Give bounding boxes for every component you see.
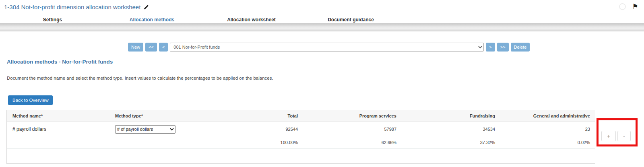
- next-document-button[interactable]: >: [486, 43, 495, 52]
- page-title: 1-304 Not-for-profit dimension allocatio…: [4, 4, 140, 10]
- column-header-general-administrative: General and administrative: [500, 113, 595, 118]
- fundraising-value-cell[interactable]: 34534: [401, 127, 500, 132]
- general-administrative-value-cell[interactable]: 23: [500, 127, 595, 132]
- document-selector[interactable]: 001 Nor-for-Profit funds: [170, 43, 484, 52]
- column-header-fundraising: Fundraising: [401, 113, 500, 118]
- delete-button[interactable]: Delete: [511, 43, 530, 52]
- percentage-row: 100.00% 62.66% 37.32% 0.02%: [7, 136, 595, 148]
- table-header-row: Method name* Method type* Total Program …: [7, 110, 595, 122]
- general-administrative-percent-cell: 0.02%: [500, 140, 595, 145]
- toolbar-divider-bar: [0, 23, 644, 31]
- edit-title-pencil-icon[interactable]: [143, 4, 149, 10]
- program-services-value-cell[interactable]: 57987: [303, 127, 401, 132]
- new-button[interactable]: New: [128, 43, 143, 52]
- column-header-program-services: Program services: [303, 113, 401, 118]
- section-heading: Allocation methods - Nor-for-Profit fund…: [7, 59, 113, 65]
- column-header-total: Total: [204, 113, 303, 118]
- total-value-cell[interactable]: 92544: [204, 127, 303, 132]
- document-toolbar: New << < 001 Nor-for-Profit funds > >> D…: [128, 43, 530, 52]
- column-header-method-type: Method type*: [109, 113, 204, 118]
- section-description: Document the method name and select the …: [7, 76, 273, 80]
- column-header-method-name: Method name*: [7, 113, 109, 118]
- table-row: # payroll dollars # of payroll dollars 9…: [7, 122, 595, 136]
- back-to-overview-button[interactable]: Back to Overview: [8, 95, 53, 105]
- remove-row-button[interactable]: -: [617, 131, 631, 141]
- total-percent-cell: 100.00%: [204, 140, 303, 145]
- last-document-button[interactable]: >>: [497, 43, 509, 52]
- allocation-methods-table: Method name* Method type* Total Program …: [6, 110, 595, 164]
- method-name-cell[interactable]: # payroll dollars: [7, 126, 109, 132]
- add-row-button[interactable]: +: [601, 131, 616, 141]
- method-type-select[interactable]: # of payroll dollars: [115, 125, 175, 134]
- page-title-row: 1-304 Not-for-profit dimension allocatio…: [4, 4, 149, 10]
- previous-document-button[interactable]: <: [159, 43, 168, 52]
- header-icons: ⚑: [619, 3, 638, 10]
- status-circle-icon: [619, 3, 626, 10]
- program-services-percent-cell: 62.66%: [303, 140, 401, 145]
- method-type-cell: # of payroll dollars: [109, 125, 204, 134]
- flag-icon[interactable]: ⚑: [632, 3, 638, 10]
- first-document-button[interactable]: <<: [145, 43, 157, 52]
- fundraising-percent-cell: 37.32%: [401, 140, 500, 145]
